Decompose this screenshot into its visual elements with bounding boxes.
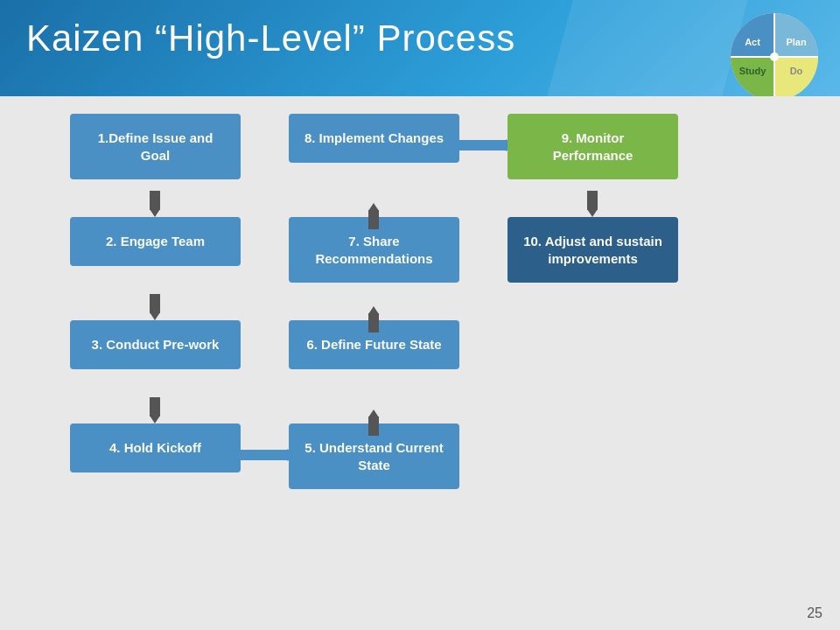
connector-7-8	[368, 210, 379, 229]
step-9-label: 9. Monitor Performance	[553, 130, 634, 163]
step-4-box: 4. Hold Kickoff	[70, 424, 241, 472]
connector-3-4	[150, 397, 160, 416]
step-6-label: 6. Define Future State	[306, 337, 441, 352]
connector-6-7	[368, 313, 379, 332]
flow-diagram: 1.Define Issue and Goal 2. Engage Team 3…	[70, 114, 805, 604]
step-3-box: 3. Conduct Pre-work	[70, 320, 241, 369]
svg-point-7	[770, 52, 779, 61]
page-number: 25	[807, 606, 822, 621]
step-2-box: 2. Engage Team	[70, 217, 241, 266]
connector-9-10	[587, 191, 598, 210]
step-7-label: 7. Share Recommendations	[315, 234, 432, 266]
step-10-label: 10. Adjust and sustain improvements	[523, 234, 662, 266]
svg-text:Act: Act	[745, 37, 760, 47]
step-4-label: 4. Hold Kickoff	[109, 440, 201, 455]
connector-4-5	[241, 450, 289, 460]
page-title: Kaizen “High-Level” Process	[26, 18, 515, 60]
step-10-box: 10. Adjust and sustain improvements	[508, 217, 678, 283]
header-stripe	[547, 0, 747, 96]
step-1-box: 1.Define Issue and Goal	[70, 114, 241, 179]
connector-5-6	[368, 416, 379, 436]
step-8-box: 8. Implement Changes	[289, 114, 459, 163]
step-1-label: 1.Define Issue and Goal	[98, 130, 214, 163]
step-8-label: 8. Implement Changes	[304, 130, 444, 145]
step-2-label: 2. Engage Team	[106, 234, 205, 248]
step-5-label: 5. Understand Current State	[304, 440, 443, 472]
connector-8-9	[459, 140, 508, 150]
svg-text:Do: Do	[790, 66, 803, 76]
connector-1-2	[150, 191, 160, 210]
main-content: 1.Define Issue and Goal 2. Engage Team 3…	[0, 96, 840, 630]
connector-2-3	[150, 294, 160, 313]
svg-text:Plan: Plan	[786, 37, 807, 47]
step-3-label: 3. Conduct Pre-work	[92, 337, 220, 352]
svg-text:Study: Study	[739, 66, 766, 76]
step-9-box: 9. Monitor Performance	[508, 114, 678, 179]
pdsa-wheel: Act Plan Study Do	[726, 9, 822, 105]
